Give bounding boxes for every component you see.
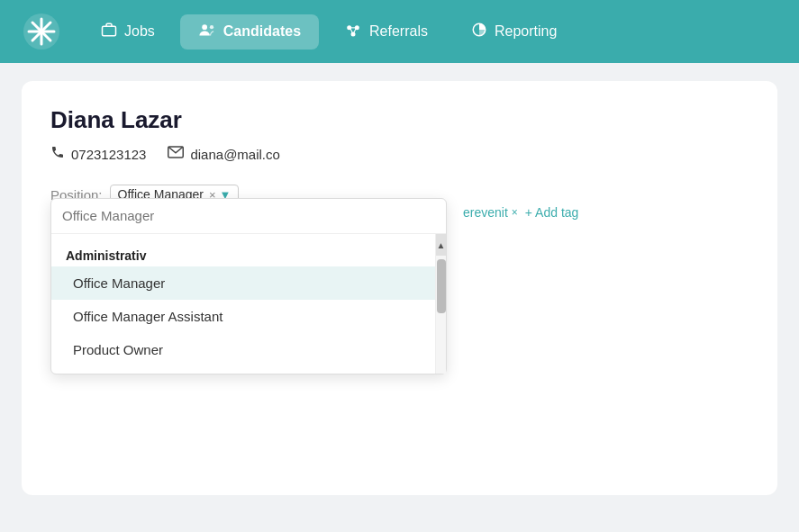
svg-line-13 bbox=[354, 29, 356, 32]
dropdown-search-area bbox=[51, 199, 446, 234]
add-tag-button[interactable]: + Add tag bbox=[525, 205, 579, 220]
dropdown-item-office-manager[interactable]: Office Manager bbox=[51, 266, 435, 300]
candidates-icon bbox=[198, 22, 216, 42]
position-dropdown: Administrativ Office Manager Office Mana… bbox=[50, 198, 447, 374]
nav-item-reporting[interactable]: Reporting bbox=[453, 14, 575, 50]
nav-reporting-label: Reporting bbox=[495, 23, 557, 40]
email-contact: diana@mail.co bbox=[168, 146, 279, 162]
logo[interactable] bbox=[22, 12, 61, 51]
dropdown-group-label: Administrativ bbox=[51, 241, 435, 266]
pie-chart-icon bbox=[471, 22, 487, 42]
dropdown-list: Administrativ Office Manager Office Mana… bbox=[51, 234, 435, 374]
phone-contact: 0723123123 bbox=[50, 145, 146, 163]
phone-icon bbox=[50, 145, 65, 163]
svg-point-5 bbox=[39, 29, 44, 34]
scrollbar-up-button[interactable]: ▲ bbox=[436, 234, 446, 256]
dropdown-item-product-owner[interactable]: Product Owner bbox=[51, 333, 435, 366]
nav-referrals-label: Referrals bbox=[369, 23, 428, 40]
tag-remove-button[interactable]: × bbox=[512, 206, 518, 219]
scrollbar-track: ▲ bbox=[435, 234, 446, 374]
svg-line-12 bbox=[350, 29, 352, 32]
nav-jobs-label: Jobs bbox=[124, 23, 155, 40]
dropdown-search-input[interactable] bbox=[62, 208, 435, 223]
scrollbar-thumb[interactable] bbox=[437, 259, 446, 313]
nav-item-referrals[interactable]: Referrals bbox=[326, 14, 446, 50]
candidate-card: Diana Lazar 0723123123 diana@mail.co bbox=[22, 81, 777, 495]
svg-rect-6 bbox=[103, 26, 116, 36]
contact-row: 0723123123 diana@mail.co bbox=[50, 145, 749, 163]
phone-number: 0723123123 bbox=[71, 147, 146, 162]
email-icon bbox=[168, 146, 184, 162]
nav-item-candidates[interactable]: Candidates bbox=[180, 14, 319, 50]
briefcase-icon bbox=[101, 22, 117, 42]
main-content: Diana Lazar 0723123123 diana@mail.co bbox=[0, 63, 799, 513]
tags-row: erevenit × + Add tag bbox=[463, 205, 578, 220]
dropdown-scroll-area: Administrativ Office Manager Office Mana… bbox=[51, 234, 446, 374]
candidate-name: Diana Lazar bbox=[50, 106, 749, 134]
tag-label: erevenit bbox=[463, 205, 508, 220]
svg-point-7 bbox=[202, 24, 207, 30]
nav-candidates-label: Candidates bbox=[223, 23, 301, 40]
referrals-icon bbox=[344, 22, 362, 42]
navbar: Jobs Candidates Referrals bbox=[0, 0, 799, 63]
nav-item-jobs[interactable]: Jobs bbox=[83, 14, 173, 50]
svg-point-8 bbox=[210, 25, 213, 29]
email-address: diana@mail.co bbox=[190, 147, 279, 162]
dropdown-item-office-manager-assistant[interactable]: Office Manager Assistant bbox=[51, 300, 435, 333]
tag-erevenit: erevenit × bbox=[463, 205, 518, 220]
svg-point-11 bbox=[351, 32, 356, 36]
